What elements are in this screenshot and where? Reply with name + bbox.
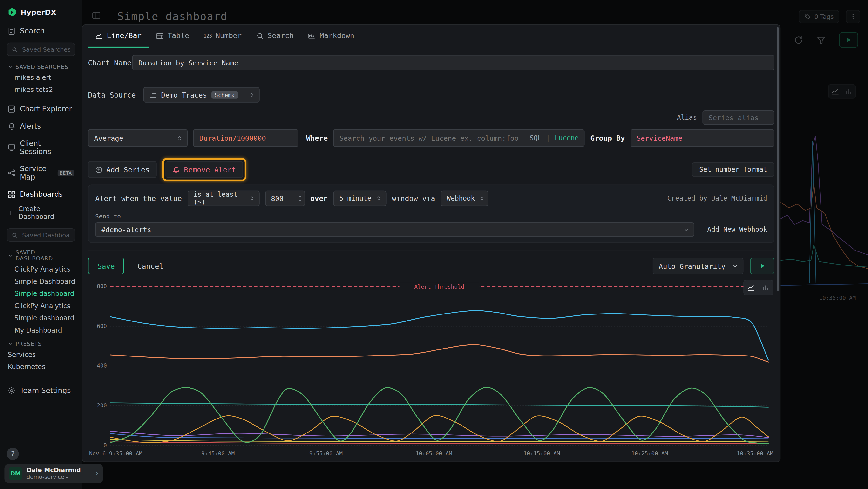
field-input[interactable]: [193, 129, 298, 147]
alert-channel-select[interactable]: Webhook: [441, 191, 488, 206]
run-chart-button[interactable]: [750, 258, 774, 275]
svg-text:400: 400: [97, 363, 107, 369]
modal-tabs: Line/Bar Table 123 Number Search Markdow…: [83, 25, 780, 48]
document-icon: [8, 27, 16, 34]
dashboard-item[interactable]: Simple dashboard: [0, 312, 82, 324]
line-chart-toggle[interactable]: [744, 281, 758, 295]
number-stepper[interactable]: [298, 195, 302, 202]
dashboard-item[interactable]: Simple Dashboard: [0, 276, 82, 288]
updown-icon: [479, 196, 485, 201]
alert-threshold-input[interactable]: 800: [265, 191, 305, 206]
modal-scrollbar[interactable]: [777, 27, 779, 291]
add-series-button[interactable]: Add Series: [88, 161, 157, 178]
sidebar-item-chart-explorer[interactable]: Chart Explorer: [0, 100, 82, 118]
dashboard-item[interactable]: ClickPy Analytics: [0, 263, 82, 276]
tab-line-bar[interactable]: Line/Bar: [88, 25, 149, 48]
search-icon: [11, 46, 18, 52]
remove-alert-button[interactable]: Remove Alert: [166, 161, 243, 178]
bar-chart-toggle[interactable]: [758, 281, 773, 295]
chart-editor-modal: Line/Bar Table 123 Number Search Markdow…: [82, 24, 780, 462]
preset-item[interactable]: Services: [0, 348, 82, 361]
user-subtitle: demo-service -: [27, 474, 81, 481]
svg-text:9:55:00 AM: 9:55:00 AM: [309, 450, 343, 457]
sidebar-item-service-map[interactable]: Service Map BETA: [0, 160, 82, 186]
search-icon: [256, 32, 264, 39]
sidebar-item-dashboards[interactable]: Dashboards: [0, 185, 82, 203]
chevron-down-icon: [683, 226, 689, 232]
chart-name-input[interactable]: [132, 55, 774, 70]
sidebar: HyperDX Search SAVED SEARCHES mikes aler…: [0, 0, 82, 489]
dashboard-item[interactable]: My Dashboard: [0, 324, 82, 337]
sidebar-item-alerts[interactable]: Alerts: [0, 118, 82, 135]
dashboard-item-active[interactable]: Simple dashboard: [0, 288, 82, 300]
granularity-select[interactable]: Auto Granularity: [653, 258, 744, 275]
where-search-input[interactable]: [340, 134, 525, 142]
markdown-icon: [308, 32, 316, 39]
window-via-label: window via: [392, 194, 435, 202]
search-icon: [11, 232, 18, 238]
preset-item[interactable]: Kubernetes: [0, 361, 82, 373]
create-dashboard-button[interactable]: Create Dashboard: [0, 203, 82, 225]
data-source-select[interactable]: Demo Traces Schema: [144, 87, 260, 102]
gear-icon: [8, 386, 16, 394]
tab-search[interactable]: Search: [249, 25, 301, 48]
alias-label: Alias: [677, 114, 697, 121]
help-button[interactable]: ?: [7, 448, 19, 460]
sidebar-item-search[interactable]: Search: [0, 22, 82, 39]
webhook-select[interactable]: #demo-alerts: [95, 222, 694, 237]
alert-condition-select[interactable]: is at least (≥): [187, 191, 259, 206]
bell-icon: [8, 122, 16, 130]
saved-search-item[interactable]: mikes tets2: [0, 84, 82, 96]
alert-window-select[interactable]: 5 minute: [333, 191, 386, 206]
presets-section[interactable]: PRESETS: [0, 337, 82, 349]
svg-text:10:05:00 AM: 10:05:00 AM: [415, 450, 452, 457]
annotation-highlight: Remove Alert: [162, 158, 246, 181]
saved-searches-input[interactable]: [21, 45, 71, 53]
tab-number[interactable]: 123 Number: [196, 25, 249, 48]
sidebar-item-client-sessions[interactable]: Client Sessions: [0, 135, 82, 160]
group-by-input[interactable]: [630, 129, 774, 147]
svg-text:9:45:00 AM: 9:45:00 AM: [201, 450, 235, 457]
aggregation-select[interactable]: Average: [88, 129, 188, 147]
chart-type-toggle: [743, 280, 773, 295]
lucene-toggle[interactable]: Lucene: [555, 134, 579, 142]
chevron-down-icon: [8, 64, 13, 69]
saved-dashboards-input[interactable]: [21, 231, 71, 239]
group-by-label: Group By: [590, 134, 625, 142]
saved-searches-section[interactable]: SAVED SEARCHES: [0, 59, 82, 72]
dashboard-item[interactable]: ClickPy Analytics: [0, 300, 82, 312]
brand[interactable]: HyperDX: [0, 0, 82, 22]
hyperdx-logo-icon: [8, 8, 17, 17]
user-menu[interactable]: DM Dale McDiarmid demo-service - ›: [4, 464, 103, 483]
tab-markdown[interactable]: Markdown: [301, 25, 362, 48]
created-by-label: Created by Dale McDiarmid: [667, 195, 767, 202]
add-new-webhook-button[interactable]: Add New Webhook: [707, 225, 767, 233]
save-button[interactable]: Save: [88, 258, 124, 275]
saved-dashboards-search[interactable]: [7, 228, 75, 241]
where-label: Where: [306, 134, 328, 142]
chevron-down-icon: [8, 253, 13, 258]
set-number-format-button[interactable]: Set number format: [692, 163, 774, 177]
play-icon: [758, 262, 766, 270]
svg-text:600: 600: [97, 323, 107, 329]
chevron-down-icon: [8, 341, 13, 346]
svg-text:10:35:00 AM: 10:35:00 AM: [737, 450, 773, 457]
schema-badge: Schema: [212, 91, 238, 98]
saved-search-item[interactable]: mikes alert: [0, 71, 82, 84]
updown-icon: [177, 135, 183, 141]
cancel-button[interactable]: Cancel: [134, 261, 166, 271]
saved-dashboards-section[interactable]: SAVED DASHBOARD: [0, 245, 82, 263]
sidebar-item-team-settings[interactable]: Team Settings: [0, 382, 82, 399]
chevron-right-icon: ›: [96, 470, 99, 478]
plus-icon: [8, 210, 14, 216]
svg-text:10:25:00 AM: 10:25:00 AM: [631, 450, 668, 457]
share-icon: [8, 169, 16, 177]
bell-icon: [173, 166, 180, 173]
tab-table[interactable]: Table: [149, 25, 196, 48]
alias-input[interactable]: [702, 110, 774, 125]
app-root: Simple dashboard 0 Tags: [0, 0, 868, 489]
where-input[interactable]: SQL | Lucene: [333, 129, 585, 147]
line-chart-icon: [95, 32, 103, 39]
sql-toggle[interactable]: SQL: [530, 134, 542, 142]
saved-searches-search[interactable]: [7, 43, 75, 56]
